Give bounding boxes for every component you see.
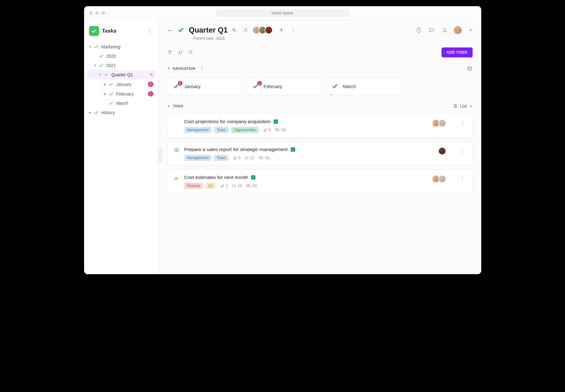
member-avatars[interactable] (254, 26, 273, 34)
nav-card[interactable]: March ↪ (326, 78, 401, 95)
check-icon (104, 72, 109, 77)
check-icon (94, 110, 99, 115)
tree-item-month[interactable]: ▶ March (87, 99, 156, 108)
todo-card[interactable]: ★ Cost estimates for next month FinanceQ… (167, 169, 473, 194)
avatar[interactable] (438, 119, 446, 127)
todo-title: Cost estimates for next month (184, 175, 248, 180)
avatar[interactable] (265, 26, 273, 34)
current-user-avatar[interactable] (453, 25, 462, 35)
tasks-app-icon (89, 26, 99, 36)
check-icon: 2 (173, 83, 180, 90)
todo-menu-icon[interactable]: ⋮ (459, 119, 466, 127)
sidebar-title: Tasks (102, 28, 146, 34)
back-arrow-icon[interactable]: ← (167, 27, 173, 34)
pencil-icon[interactable]: ✎ (150, 73, 153, 77)
star-icon[interactable]: ★ (174, 175, 178, 182)
section-title-todo: TODO (173, 104, 183, 108)
breadcrumb: Parent task 2021 (193, 36, 473, 41)
section-menu-icon[interactable]: ⋮ (198, 64, 206, 73)
breadcrumb-label: Parent task (193, 36, 214, 41)
todo-title: Prepare a sales report for strategic man… (184, 147, 288, 152)
nav-card[interactable]: 1 February (247, 78, 321, 95)
tree-label: Marketing (101, 44, 153, 49)
check-icon (99, 63, 104, 68)
svg-point-2 (189, 51, 191, 53)
assignee-avatars (434, 119, 446, 127)
page-title: Quarter Q1 (189, 26, 228, 34)
tag[interactable]: Management (184, 155, 212, 161)
avatar[interactable] (438, 175, 446, 183)
chevron-down-icon[interactable]: ▼ (469, 105, 473, 108)
url-bar[interactable]: boost.space (216, 9, 349, 17)
count-badge: 1 (257, 81, 262, 86)
app-window: boost.space Tasks ⋮ ▼ Marketing ▶ (84, 6, 481, 274)
attachments-count: 3 (233, 156, 240, 160)
avatar[interactable] (438, 147, 446, 155)
assignee-icon[interactable] (243, 27, 249, 33)
tree-item-history[interactable]: ▶ History (87, 108, 156, 117)
sidebar-collapse-handle[interactable]: ‹ (159, 147, 162, 163)
sidebar-header: Tasks ⋮ (84, 25, 158, 41)
tree-item-month[interactable]: ▶ February 1 (87, 89, 156, 99)
close-window[interactable] (89, 11, 93, 15)
check-icon (109, 101, 114, 106)
tag[interactable]: Finance (184, 183, 203, 189)
tag[interactable]: Management (184, 127, 212, 133)
tree-item-2020[interactable]: ▶ 2020 (87, 51, 156, 61)
bell-icon[interactable] (442, 27, 448, 33)
count-badge: 2 (148, 82, 153, 87)
filter-icon[interactable] (167, 50, 172, 55)
shield-icon (291, 147, 295, 152)
sidebar: Tasks ⋮ ▼ Marketing ▶ 2020 ▼ 2021 (84, 20, 159, 274)
chat-icon[interactable] (429, 27, 435, 33)
sidebar-tree: ▼ Marketing ▶ 2020 ▼ 2021 ▼ Quar (84, 41, 158, 118)
timer-icon[interactable] (416, 27, 422, 33)
maximize-window[interactable] (101, 11, 105, 15)
breadcrumb-link[interactable]: 2021 (216, 36, 225, 41)
tag[interactable]: Q1 (205, 183, 216, 189)
layout-icon[interactable] (467, 66, 473, 71)
tree-item-month[interactable]: ▶ January 2 (87, 79, 156, 89)
nav-card-title: February (264, 84, 282, 89)
todo-menu-icon[interactable]: ⋮ (459, 175, 466, 183)
tree-item-marketing[interactable]: ▼ Marketing (87, 42, 156, 51)
todo-menu-icon[interactable]: ⋮ (459, 147, 466, 155)
tree-label: 2020 (106, 54, 153, 59)
eye-icon[interactable] (174, 147, 179, 153)
tag[interactable]: Opportunities (231, 127, 259, 133)
nav-card-title: March (343, 84, 356, 89)
list-view-icon[interactable] (453, 104, 458, 109)
tree-label: History (101, 110, 153, 115)
comments-count: 12 (245, 156, 254, 160)
sort-icon[interactable] (178, 50, 183, 55)
titlebar: boost.space (84, 6, 481, 20)
chevron-down-icon[interactable]: ▼ (469, 28, 473, 32)
tree-label: February (116, 91, 148, 96)
tag[interactable]: Team (214, 155, 229, 161)
add-member-icon[interactable]: + (280, 27, 283, 34)
redo-icon[interactable]: ↪ (328, 91, 334, 98)
add-todo-button[interactable]: ADD TODO (442, 47, 473, 57)
check-icon (332, 83, 339, 90)
edit-title-icon[interactable]: ✎ (232, 27, 236, 33)
svg-rect-3 (468, 67, 472, 70)
tree-item-quarter-q1[interactable]: ▼ Quarter Q1 ✎ (87, 70, 156, 79)
shield-icon (251, 175, 255, 180)
todo-card[interactable]: Prepare a sales report for strategic man… (167, 141, 473, 166)
nav-card-title: January (184, 84, 201, 89)
minimize-window[interactable] (95, 11, 99, 15)
todo-card[interactable]: Cost projections for company acquisition… (167, 114, 473, 138)
tag[interactable]: Team (214, 127, 229, 133)
nav-card[interactable]: 2 January (167, 78, 242, 95)
chevron-down-icon[interactable]: ▼ (167, 105, 170, 108)
tree-label: January (116, 82, 148, 87)
svg-point-4 (176, 149, 177, 151)
sidebar-menu-icon[interactable]: ⋮ (146, 27, 153, 35)
more-menu-icon[interactable]: ⋮ (289, 26, 297, 34)
tree-item-2021[interactable]: ▼ 2021 (87, 61, 156, 70)
search-icon[interactable] (188, 50, 193, 55)
chevron-down-icon[interactable]: ▼ (167, 67, 170, 70)
view-mode-label[interactable]: List (460, 104, 467, 109)
check-icon (94, 44, 99, 49)
shield-icon (274, 119, 278, 124)
